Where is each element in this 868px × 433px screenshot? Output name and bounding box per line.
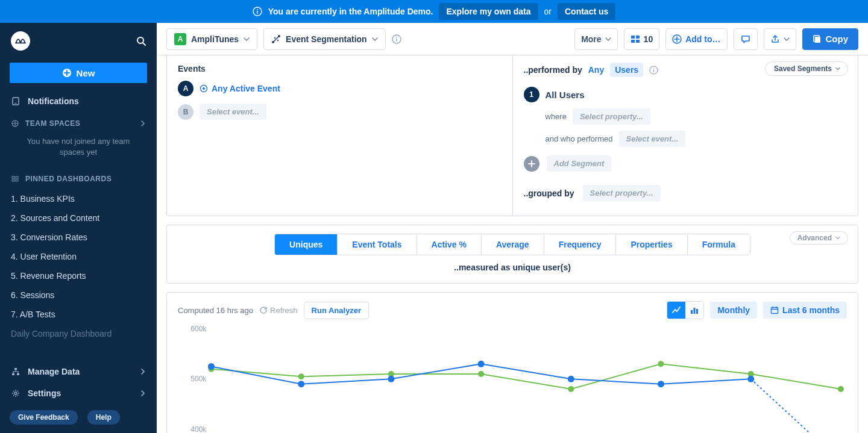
svg-rect-9: [16, 176, 18, 178]
chevron-right-icon: [140, 369, 146, 375]
saved-segments-dropdown[interactable]: Saved Segments: [765, 61, 848, 76]
run-analyzer-button[interactable]: Run Analyzer: [304, 302, 370, 319]
pinned-dashboards-header[interactable]: PINNED DASHBOARDS: [0, 167, 157, 188]
date-range-selector[interactable]: Last 6 months: [763, 302, 847, 319]
help-button[interactable]: Help: [87, 410, 120, 425]
project-selector[interactable]: A AmpliTunes: [166, 28, 257, 50]
refresh-button[interactable]: Refresh: [259, 306, 298, 315]
performed-by-users[interactable]: Users: [610, 63, 643, 77]
copy-icon: [813, 34, 822, 44]
sidebar-item-label: Settings: [28, 388, 61, 398]
info-icon[interactable]: [649, 66, 658, 75]
pinned-label: Daily Company Dashboard: [11, 329, 112, 338]
analysis-type-label: Event Segmentation: [286, 34, 367, 44]
bar-chart-icon: [690, 305, 699, 315]
interval-selector[interactable]: Monthly: [710, 302, 757, 319]
performed-by-any[interactable]: Any: [588, 65, 604, 75]
pinned-item[interactable]: Daily Company Dashboard: [0, 324, 157, 343]
contact-us-button[interactable]: Contact us: [558, 3, 615, 20]
svg-point-53: [298, 381, 304, 387]
hierarchy-icon: [11, 367, 20, 376]
sidebar: New Notifications TEAM SPACES You have n…: [0, 23, 157, 433]
svg-rect-24: [636, 36, 640, 39]
select-event-placeholder[interactable]: Select event...: [619, 131, 686, 147]
segment-name[interactable]: All Users: [546, 90, 585, 100]
event-picker-any-active[interactable]: Any Active Event: [200, 84, 280, 93]
sidebar-item-settings[interactable]: Settings: [0, 382, 157, 404]
tab-average[interactable]: Average: [481, 234, 544, 255]
svg-rect-38: [772, 308, 778, 314]
svg-rect-14: [17, 373, 19, 375]
analysis-type-selector[interactable]: Event Segmentation: [263, 28, 386, 50]
spaces-icon: [11, 119, 19, 128]
select-property-placeholder[interactable]: Select property...: [583, 185, 661, 201]
chart-type-line[interactable]: [667, 302, 685, 319]
share-icon: [770, 34, 780, 44]
select-event-placeholder[interactable]: Select event...: [200, 104, 266, 120]
svg-point-15: [14, 392, 17, 394]
chevron-down-icon: [784, 36, 790, 42]
svg-point-54: [388, 376, 394, 382]
project-badge: A: [174, 33, 186, 45]
main: A AmpliTunes Event Segmentation: [157, 23, 868, 433]
advanced-toggle[interactable]: Advanced: [790, 231, 848, 245]
give-feedback-button[interactable]: Give Feedback: [10, 410, 78, 425]
pinned-item[interactable]: 4. User Retention: [0, 247, 157, 266]
pinned-label: 3. Conversion Rates: [11, 232, 87, 242]
svg-rect-8: [12, 176, 14, 178]
pin-icon: [11, 175, 19, 183]
tab-properties[interactable]: Properties: [615, 234, 687, 255]
pinned-item[interactable]: 6. Sessions: [0, 285, 157, 305]
svg-point-58: [747, 376, 754, 382]
chart-type-bar[interactable]: [685, 302, 703, 319]
more-menu-button[interactable]: More: [574, 28, 617, 50]
pinned-item[interactable]: 2. Sources and Content: [0, 208, 157, 228]
project-name: AmpliTunes: [191, 34, 239, 44]
tab-frequency[interactable]: Frequency: [544, 234, 616, 255]
sidebar-item-notifications[interactable]: Notifications: [0, 90, 157, 112]
dashboard-icon: [631, 34, 640, 44]
chart: 300k400k500k600kniques: [178, 323, 847, 433]
svg-rect-22: [396, 37, 397, 37]
tab-uniques[interactable]: Uniques: [275, 234, 337, 255]
comment-button[interactable]: [734, 28, 758, 50]
svg-text:400k: 400k: [190, 425, 207, 433]
event-row-a: A Any Active Event: [178, 81, 502, 96]
pinned-item[interactable]: 3. Conversion Rates: [0, 228, 157, 247]
copy-button[interactable]: Copy: [802, 28, 859, 50]
select-property-placeholder[interactable]: Select property...: [573, 108, 650, 125]
tab-active-percent[interactable]: Active %: [417, 234, 481, 255]
pinned-label: 1. Business KPIs: [11, 194, 75, 204]
svg-point-47: [478, 371, 484, 377]
explore-own-data-button[interactable]: Explore my own data: [439, 3, 538, 20]
chevron-down-icon: [605, 36, 611, 42]
new-button[interactable]: New: [10, 63, 147, 83]
pinned-item[interactable]: 7. A/B Tests: [0, 305, 157, 324]
measured-as-label: ..measured as unique user(s): [454, 263, 571, 272]
saved-segments-label: Saved Segments: [774, 64, 832, 73]
pinned-label: 5. Revenue Reports: [11, 271, 86, 281]
pinned-item[interactable]: 5. Revenue Reports: [0, 266, 157, 285]
svg-point-55: [478, 361, 485, 367]
svg-rect-1: [257, 11, 257, 14]
sidebar-item-manage-data[interactable]: Manage Data: [0, 361, 157, 382]
metric-panel: Advanced Uniques Event Totals Active % A…: [166, 225, 858, 284]
add-segment-button[interactable]: Add Segment: [547, 155, 612, 172]
amplitude-logo[interactable]: [11, 31, 30, 51]
event-label: Any Active Event: [212, 84, 280, 93]
used-in-dashboards-button[interactable]: 10: [624, 28, 660, 50]
tab-event-totals[interactable]: Event Totals: [337, 234, 416, 255]
pinned-item[interactable]: 1. Business KPIs: [0, 189, 157, 208]
team-spaces-header[interactable]: TEAM SPACES: [0, 112, 157, 132]
chevron-down-icon: [372, 36, 378, 42]
tab-formula[interactable]: Formula: [687, 234, 750, 255]
and-who-row: and who performed Select event...: [546, 131, 848, 147]
copy-label: Copy: [826, 34, 849, 44]
sidebar-search-icon[interactable]: [136, 36, 146, 46]
add-to-button[interactable]: Add to…: [665, 28, 727, 50]
share-button[interactable]: [764, 28, 796, 50]
svg-rect-25: [631, 40, 635, 43]
info-icon[interactable]: [392, 34, 401, 44]
interval-label: Monthly: [717, 305, 750, 315]
query-setup-panel: Events A Any Active Event B Select event…: [166, 55, 858, 216]
